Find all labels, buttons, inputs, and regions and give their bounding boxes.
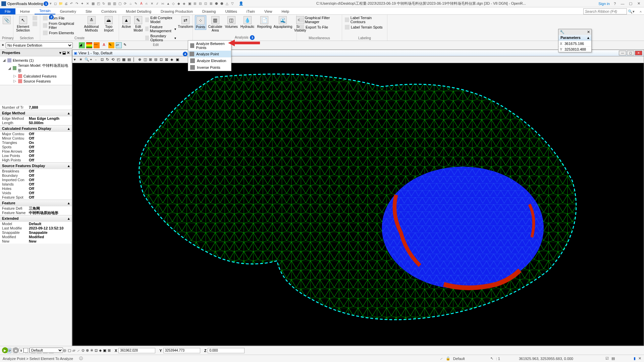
section-feat[interactable]: Feature▴: [0, 200, 72, 206]
stop-icon[interactable]: ■: [13, 347, 19, 353]
snap-mode-icon[interactable]: ⟋: [439, 357, 443, 361]
coord-y-input[interactable]: [163, 348, 200, 353]
boundary-options-button[interactable]: Boundary Options ▾: [145, 34, 176, 42]
snap-icon[interactable]: ⟋: [76, 349, 80, 353]
tree-root[interactable]: ◢Elements (1): [1, 58, 70, 63]
qat-icon[interactable]: ◻: [53, 1, 58, 6]
vt-icon[interactable]: ⊕: [138, 57, 143, 62]
panel-close-icon[interactable]: ▾ ⬓ ✕: [59, 51, 70, 55]
vt-icon[interactable]: ▤: [127, 57, 132, 62]
qat-icon[interactable]: ▢: [117, 1, 122, 6]
element-selection-button[interactable]: ↖Element Selection: [15, 15, 31, 33]
tab-home[interactable]: Home: [15, 8, 35, 14]
status-icon[interactable]: ▤: [611, 356, 615, 361]
qat-icon[interactable]: ▽: [230, 1, 235, 6]
vt-icon[interactable]: ▾: [74, 57, 78, 62]
qat-icon[interactable]: ▥: [112, 1, 117, 6]
prop-row[interactable]: BoundaryOff: [0, 173, 72, 178]
view-maximize[interactable]: ▢: [627, 51, 634, 55]
qat-icon[interactable]: ⊞: [193, 1, 197, 6]
view-canvas[interactable]: [72, 63, 644, 346]
vt-icon[interactable]: ◰: [117, 57, 121, 62]
tool-icon[interactable]: ◢: [79, 42, 85, 48]
prop-row[interactable]: Last Modifie2023-09-12 13:52:10: [0, 226, 72, 230]
tab-model-detailing[interactable]: Model Detailing: [121, 8, 156, 14]
status-icon[interactable]: ✕: [638, 356, 641, 361]
reporting-button[interactable]: 📄Reporting: [257, 15, 272, 29]
snap-icon[interactable]: ▢: [68, 348, 71, 353]
aquaplaning-button[interactable]: 🌊Aquaplaning: [274, 15, 292, 29]
prop-row[interactable]: Low PointsOff: [0, 154, 72, 158]
vt-icon[interactable]: ⊞: [149, 57, 154, 62]
qat-icon[interactable]: ⎌: [144, 1, 149, 6]
dialog-close-icon[interactable]: ✕: [587, 30, 590, 34]
active-button[interactable]: ▲Active: [121, 15, 131, 29]
topo-import-button[interactable]: ⛰Topo Import: [101, 15, 117, 33]
prop-row[interactable]: Length50.000m: [0, 121, 72, 125]
qat-icon[interactable]: ◆: [176, 1, 181, 6]
qat-icon[interactable]: ↻: [101, 1, 106, 6]
vt-icon[interactable]: ▣: [176, 57, 180, 62]
qat-icon[interactable]: A: [139, 1, 144, 6]
tool-icon[interactable]: [86, 42, 92, 48]
tab-site[interactable]: Site: [81, 8, 97, 14]
minimize-button[interactable]: —: [619, 2, 627, 6]
qat-icon[interactable]: ⊠: [209, 1, 213, 6]
prop-row[interactable]: Feature Defi三角网: [0, 206, 72, 211]
edit-complex-model-button[interactable]: Edit Complex Model: [145, 15, 176, 24]
active-level[interactable]: Default: [453, 357, 465, 361]
prop-row[interactable]: Edge MethodMax Edge Length: [0, 116, 72, 121]
qat-icon[interactable]: ◇: [171, 1, 176, 6]
analyze-point-item[interactable]: 4Analyze Point: [188, 51, 231, 57]
vt-icon[interactable]: ↻: [106, 57, 111, 62]
analyze-elevation-item[interactable]: Analyze Elevation: [188, 57, 231, 64]
analyze-between-points-item[interactable]: Analyze Between Points: [188, 41, 231, 51]
tree-source-features[interactable]: ▷Source Features: [12, 79, 70, 84]
attach-tools-button[interactable]: 📎: [2, 15, 11, 25]
qat-icon[interactable]: ↷: [74, 1, 79, 6]
transform-button[interactable]: ⇄Transform: [178, 15, 193, 29]
prop-row[interactable]: HolesOff: [0, 187, 72, 191]
fence-icon[interactable]: [32, 15, 38, 21]
tab-corridors[interactable]: Corridors: [97, 8, 121, 14]
qat-icon[interactable]: ⬣: [214, 1, 219, 6]
prop-row[interactable]: High PointsOff: [0, 158, 72, 162]
go-icon[interactable]: ▶: [2, 347, 8, 353]
snap-icon[interactable]: ▣: [103, 348, 106, 353]
tab-drawing[interactable]: Drawing: [198, 8, 220, 14]
tab-geometry[interactable]: Geometry: [55, 8, 81, 14]
coord-x-input[interactable]: [118, 348, 155, 353]
prop-row[interactable]: ModifiedModified: [0, 235, 72, 239]
snap-icon[interactable]: ※: [90, 348, 93, 353]
qat-icon[interactable]: 📁: [58, 1, 63, 6]
prop-row[interactable]: SnappableSnappable: [0, 230, 72, 235]
snap-icon[interactable]: ◎: [63, 348, 66, 353]
calculate-area-button[interactable]: ▥Calculate Area: [208, 15, 223, 33]
vt-icon[interactable]: ◫: [144, 57, 148, 62]
label-terrain-spots-button[interactable]: Label Terrain Spots: [344, 24, 385, 30]
inverse-points-item[interactable]: Inverse Points: [188, 64, 231, 71]
help-icon[interactable]: ?: [614, 2, 616, 6]
ribbon-search[interactable]: 🔍▾: [583, 8, 635, 14]
qat-icon[interactable]: ▤: [107, 1, 111, 6]
tree-calc-features[interactable]: ▷Calculated Features: [12, 73, 70, 79]
parameters-dialog[interactable]: 🔧✕ Parameters▴ X361675.186 Y3253810.488: [558, 29, 592, 52]
sel-icon[interactable]: [32, 21, 38, 27]
prop-row[interactable]: TrianglesOn: [0, 141, 72, 145]
vt-icon[interactable]: +: [90, 57, 95, 62]
vt-icon[interactable]: ⊡: [160, 57, 164, 62]
vt-icon[interactable]: ⟲: [111, 57, 116, 62]
workflow-selector[interactable]: OpenRoads Modeling: [7, 2, 43, 6]
view-toolbar[interactable]: ▾☀🔍+-⊡↻⟲◰▦▤│⊕◫⊞⊟⊡⊠◈▣: [72, 56, 644, 63]
prop-row[interactable]: VoidsOff: [0, 191, 72, 195]
feature-management-button[interactable]: Feature Management ▾: [145, 24, 176, 33]
from-elements-button[interactable]: From Elements: [42, 30, 82, 36]
qat-icon[interactable]: ⫽: [155, 1, 160, 6]
qat-icon[interactable]: ✕: [150, 1, 154, 6]
vt-icon[interactable]: ⊡: [101, 57, 105, 62]
coord-z-input[interactable]: [208, 348, 245, 353]
section-edge[interactable]: Edge Method▴: [0, 110, 72, 116]
qat-icon[interactable]: ◈: [182, 1, 186, 6]
vt-icon[interactable]: ▦: [122, 57, 127, 62]
level-swatch[interactable]: [23, 348, 28, 353]
